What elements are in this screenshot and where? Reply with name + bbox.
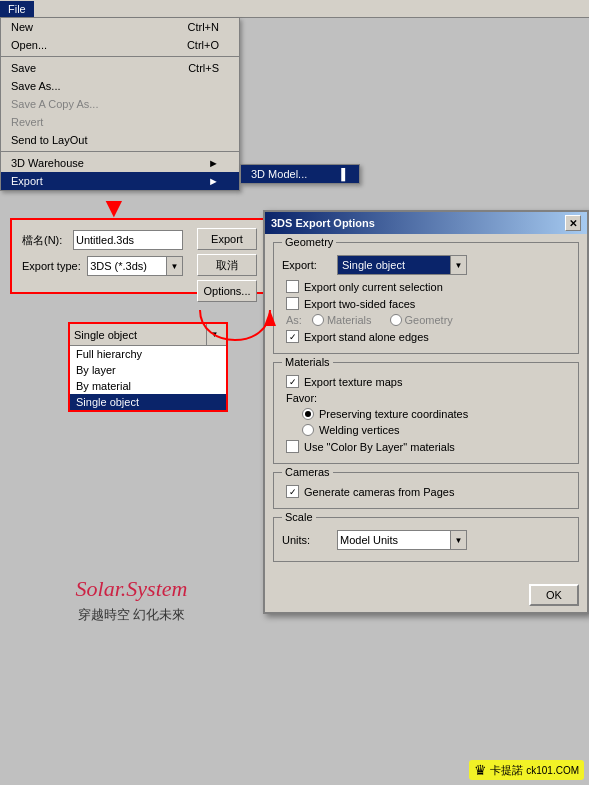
menu-save[interactable]: Save Ctrl+S [1, 59, 239, 77]
favor-label: Favor: [282, 392, 570, 404]
two-sided-checkbox[interactable] [286, 297, 299, 310]
dialog-titlebar: 3DS Export Options ✕ [265, 212, 587, 234]
ck-watermark: ♛ 卡提諾 ck101.COM [469, 760, 584, 780]
cameras-group: Cameras Generate cameras from Pages [273, 472, 579, 509]
welding-radio[interactable] [302, 424, 314, 436]
materials-content: Export texture maps Favor: Preserving te… [274, 363, 578, 463]
units-select[interactable]: Model Units ▼ [337, 530, 467, 550]
dropdown-item-single-object[interactable]: Single object [70, 394, 226, 410]
stand-alone-checkbox[interactable] [286, 330, 299, 343]
generate-cameras-row: Generate cameras from Pages [282, 485, 570, 498]
type-select-btn[interactable]: ▼ [166, 257, 182, 275]
export-texture-checkbox[interactable] [286, 375, 299, 388]
export-buttons: Export 取消 Options... [197, 228, 257, 302]
as-geometry-radio[interactable] [390, 314, 402, 326]
dialog-close-btn[interactable]: ✕ [565, 215, 581, 231]
as-row: As: Materials Geometry [282, 314, 570, 326]
geometry-content: Export: Single object ▼ Export only curr… [274, 243, 578, 353]
as-materials: Materials [312, 314, 372, 326]
export-select-btn[interactable]: ▼ [450, 256, 466, 274]
export-small-dialog: 檔名(N): Export type: 3DS (*.3ds) ▼ Export… [10, 218, 265, 294]
file-menu-item[interactable]: File [0, 1, 34, 17]
preserving-radio[interactable] [302, 408, 314, 420]
preserving-row: Preserving texture coordinates [302, 408, 570, 420]
menu-3d-warehouse[interactable]: 3D Warehouse ► [1, 154, 239, 172]
options-btn[interactable]: Options... [197, 280, 257, 302]
object-dropdown-list: Full hierarchy By layer By material Sing… [70, 346, 226, 410]
cameras-content: Generate cameras from Pages [274, 473, 578, 508]
chinese-text: 穿越時空 幻化未來 [78, 606, 186, 624]
menu-separator-1 [1, 56, 239, 57]
export-row: Export: Single object ▼ [282, 255, 570, 275]
menu-export[interactable]: Export ► [1, 172, 239, 190]
menu-new[interactable]: New Ctrl+N [1, 18, 239, 36]
favor-group: Preserving texture coordinates Welding v… [282, 408, 570, 436]
red-arrow-down: ▼ [100, 192, 128, 224]
cancel-btn[interactable]: 取消 [197, 254, 257, 276]
generate-cameras-checkbox[interactable] [286, 485, 299, 498]
menu-revert: Revert [1, 113, 239, 131]
submenu-3d-model[interactable]: 3D Model... ▌ [241, 165, 359, 183]
object-dropdown-btn[interactable]: ▼ [206, 324, 222, 345]
dialog-footer: OK [265, 578, 587, 612]
dropdown-item-by-layer[interactable]: By layer [70, 362, 226, 378]
scale-content: Units: Model Units ▼ [274, 518, 578, 561]
filename-row: 檔名(N): [22, 230, 183, 250]
export-submenu: 3D Model... ▌ [240, 164, 360, 184]
menu-save-as[interactable]: Save As... [1, 77, 239, 95]
scale-group: Scale Units: Model Units ▼ [273, 517, 579, 562]
dialog-body: Geometry Export: Single object ▼ Export … [265, 234, 587, 578]
export-texture-row: Export texture maps [282, 375, 570, 388]
type-row: Export type: 3DS (*.3ds) ▼ [22, 256, 183, 276]
units-select-btn[interactable]: ▼ [450, 531, 466, 549]
export-btn[interactable]: Export [197, 228, 257, 250]
color-by-layer-row: Use "Color By Layer" materials [282, 440, 570, 453]
menu-send-layout[interactable]: Send to LayOut [1, 131, 239, 149]
solar-text: Solar.System [76, 576, 188, 602]
menu-separator-2 [1, 151, 239, 152]
menu-save-copy: Save A Copy As... [1, 95, 239, 113]
export-selection-row: Export only current selection [282, 280, 570, 293]
menu-open[interactable]: Open... Ctrl+O [1, 36, 239, 54]
ok-button[interactable]: OK [529, 584, 579, 606]
ck-url: ck101.COM [526, 765, 579, 776]
two-sided-row: Export two-sided faces [282, 297, 570, 310]
filename-input[interactable] [73, 230, 183, 250]
object-dropdown: Single object ▼ Full hierarchy By layer … [68, 322, 228, 412]
geometry-group: Geometry Export: Single object ▼ Export … [273, 242, 579, 354]
export-options-dialog: 3DS Export Options ✕ Geometry Export: Si… [263, 210, 589, 614]
menu-bar: File [0, 0, 589, 18]
as-materials-radio[interactable] [312, 314, 324, 326]
crown-icon: ♛ [474, 762, 487, 778]
stand-alone-row: Export stand alone edges [282, 330, 570, 343]
export-selection-checkbox[interactable] [286, 280, 299, 293]
type-select[interactable]: 3DS (*.3ds) ▼ [87, 256, 183, 276]
watermark-area: Solar.System 穿越時空 幻化未來 [0, 490, 263, 710]
export-select[interactable]: Single object ▼ [337, 255, 467, 275]
file-dropdown-menu: New Ctrl+N Open... Ctrl+O Save Ctrl+S Sa… [0, 18, 240, 191]
object-dropdown-header: Single object ▼ [70, 324, 226, 346]
as-geometry: Geometry [390, 314, 453, 326]
materials-group: Materials Export texture maps Favor: Pre… [273, 362, 579, 464]
welding-row: Welding vertices [302, 424, 570, 436]
units-row: Units: Model Units ▼ [282, 530, 570, 550]
dropdown-item-full-hierarchy[interactable]: Full hierarchy [70, 346, 226, 362]
ck-text: 卡提諾 [490, 763, 523, 778]
color-by-layer-checkbox[interactable] [286, 440, 299, 453]
dropdown-item-by-material[interactable]: By material [70, 378, 226, 394]
